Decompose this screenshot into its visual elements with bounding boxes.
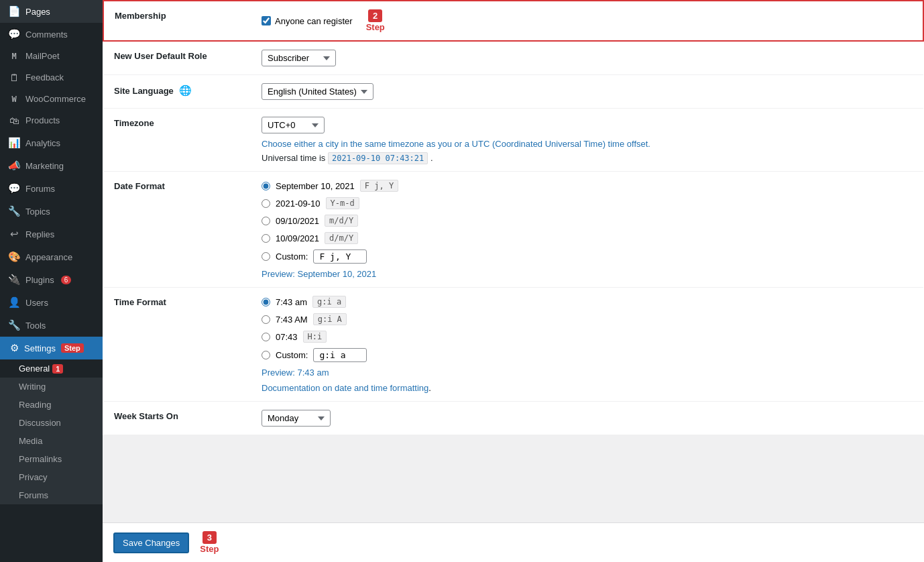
sidebar-item-analytics[interactable]: 📊 Analytics xyxy=(0,131,103,154)
date-format-radio-1[interactable] xyxy=(262,199,270,208)
date-format-option-3: 10/09/2021 d/m/Y xyxy=(262,232,913,244)
week-starts-on-select[interactable]: Sunday Monday Tuesday Wednesday Thursday… xyxy=(262,410,331,427)
time-format-control-cell: 7:43 am g:i a 7:43 AM g:i A xyxy=(251,288,923,402)
time-format-radio-1[interactable] xyxy=(262,315,270,324)
week-starts-on-label: Week Starts On xyxy=(114,411,178,421)
universal-time-suffix: . xyxy=(430,153,433,163)
forums-submenu-label: Forums xyxy=(19,490,48,500)
site-language-control-cell: English (United States) Español Français… xyxy=(251,75,923,109)
timezone-label: Timezone xyxy=(114,118,154,128)
site-language-select[interactable]: English (United States) Español Français… xyxy=(262,83,373,100)
sidebar-label-replies: Replies xyxy=(25,229,54,239)
date-format-preview-value: September 10, 2021 xyxy=(297,269,376,279)
date-format-radio-0[interactable] xyxy=(262,182,270,190)
sidebar-item-products[interactable]: 🛍 Products xyxy=(0,109,103,131)
sidebar-label-marketing: Marketing xyxy=(25,161,64,171)
sidebar-item-topics[interactable]: 🔧 Topics xyxy=(0,200,103,223)
date-format-row: Date Format September 10, 2021 F j, Y xyxy=(103,172,923,288)
anyone-can-register-checkbox[interactable] xyxy=(262,16,271,25)
sidebar-item-settings[interactable]: ⚙ Settings Step xyxy=(0,337,103,359)
footer-bar: Save Changes 3 Step xyxy=(103,522,924,562)
appearance-icon: 🎨 xyxy=(8,251,20,263)
doc-link[interactable]: Documentation on date and time formattin… xyxy=(262,383,428,393)
date-format-label: Date Format xyxy=(114,181,165,191)
time-format-option-1: 7:43 AM g:i A xyxy=(262,313,913,325)
sidebar-item-marketing[interactable]: 📣 Marketing xyxy=(0,154,103,177)
sidebar-item-mailpoet[interactable]: M MailPoet xyxy=(0,46,103,66)
date-format-option-custom: Custom: xyxy=(262,249,913,264)
new-user-role-select[interactable]: Subscriber Contributor Author Editor Adm… xyxy=(262,50,336,66)
sidebar-label-forums: Forums xyxy=(25,184,55,194)
submenu-privacy[interactable]: Privacy xyxy=(0,468,103,486)
time-format-radio-0[interactable] xyxy=(262,298,270,306)
week-starts-on-label-cell: Week Starts On xyxy=(103,402,251,435)
main-area: Membership Anyone can register 2 St xyxy=(103,0,924,562)
sidebar-item-users[interactable]: 👤 Users xyxy=(0,291,103,314)
step2-badge: 2 xyxy=(368,9,382,22)
privacy-label: Privacy xyxy=(19,472,48,482)
sidebar-label-pages: Pages xyxy=(25,7,50,17)
time-format-radio-2[interactable] xyxy=(262,333,270,341)
date-format-code-2: m/d/Y xyxy=(325,215,358,227)
site-language-label: Site Language xyxy=(114,86,174,96)
time-format-options: 7:43 am g:i a 7:43 AM g:i A xyxy=(262,296,913,362)
date-format-radio-2[interactable] xyxy=(262,217,270,225)
time-format-custom-input[interactable] xyxy=(313,348,367,362)
sidebar-item-forums[interactable]: 💬 Forums xyxy=(0,177,103,200)
time-format-label-0: 7:43 am xyxy=(276,297,307,307)
discussion-label: Discussion xyxy=(19,418,61,428)
week-starts-on-row: Week Starts On Sunday Monday Tuesday Wed… xyxy=(103,402,923,435)
date-format-label-1: 2021-09-10 xyxy=(276,199,321,209)
site-language-label-cell: Site Language 🌐 xyxy=(103,75,251,109)
date-format-radio-3[interactable] xyxy=(262,234,270,243)
sidebar-item-appearance[interactable]: 🎨 Appearance xyxy=(0,245,103,268)
date-format-radio-custom[interactable] xyxy=(262,252,270,261)
step-settings-badge: Step xyxy=(61,343,84,353)
sidebar-item-plugins[interactable]: 🔌 Plugins 6 xyxy=(0,268,103,291)
reading-label: Reading xyxy=(19,400,51,410)
universal-time-prefix: Universal time is xyxy=(262,153,325,163)
sidebar-item-tools[interactable]: 🔧 Tools xyxy=(0,314,103,337)
submenu-writing[interactable]: Writing xyxy=(0,378,103,396)
new-user-role-control-cell: Subscriber Contributor Author Editor Adm… xyxy=(251,41,923,75)
sidebar-item-woocommerce[interactable]: W WooCommerce xyxy=(0,89,103,109)
sidebar-item-feedback[interactable]: 🗒 Feedback xyxy=(0,66,103,89)
date-format-control-cell: September 10, 2021 F j, Y 2021-09-10 Y-m… xyxy=(251,172,923,288)
topics-icon: 🔧 xyxy=(8,205,20,217)
timezone-row: Timezone UTC+0 UTC-5 UTC+1 UTC+5:30 Choo… xyxy=(103,109,923,172)
date-format-label-3: 10/09/2021 xyxy=(276,233,319,243)
step1-badge: 1 xyxy=(52,364,63,374)
date-format-preview-label: Preview: xyxy=(262,269,295,279)
time-format-code-1: g:i A xyxy=(313,313,347,325)
timezone-hint[interactable]: Choose either a city in the same timezon… xyxy=(262,139,650,149)
sidebar-label-comments: Comments xyxy=(25,30,68,40)
date-format-custom-input[interactable] xyxy=(313,249,367,264)
date-format-code-3: d/m/Y xyxy=(325,232,358,244)
anyone-can-register-label[interactable]: Anyone can register xyxy=(262,16,353,26)
settings-submenu: General 1 Writing Reading Discussion Med… xyxy=(0,359,103,504)
submenu-discussion[interactable]: Discussion xyxy=(0,414,103,432)
sidebar-item-comments[interactable]: 💬 Comments xyxy=(0,23,103,46)
replies-icon: ↩ xyxy=(8,228,20,240)
date-format-label-0: September 10, 2021 xyxy=(276,181,355,191)
submenu-permalinks[interactable]: Permalinks xyxy=(0,450,103,468)
site-language-row: Site Language 🌐 English (United States) … xyxy=(103,75,923,109)
date-format-preview: Preview: September 10, 2021 xyxy=(262,269,913,279)
time-format-preview-value: 7:43 am xyxy=(297,368,329,378)
submenu-media[interactable]: Media xyxy=(0,432,103,450)
save-changes-button[interactable]: Save Changes xyxy=(113,532,189,553)
submenu-general[interactable]: General 1 xyxy=(0,359,103,378)
submenu-reading[interactable]: Reading xyxy=(0,396,103,414)
sidebar-item-pages[interactable]: 📄 Pages xyxy=(0,0,103,23)
time-format-code-0: g:i a xyxy=(312,296,346,308)
time-format-radio-custom[interactable] xyxy=(262,351,270,359)
sidebar: 📄 Pages 💬 Comments M MailPoet 🗒 Feedback… xyxy=(0,0,103,562)
settings-form: Membership Anyone can register 2 St xyxy=(103,0,924,435)
timezone-select[interactable]: UTC+0 UTC-5 UTC+1 UTC+5:30 xyxy=(262,117,325,133)
date-format-label-2: 09/10/2021 xyxy=(276,216,319,226)
date-format-options: September 10, 2021 F j, Y 2021-09-10 Y-m… xyxy=(262,180,913,264)
permalinks-label: Permalinks xyxy=(19,454,62,464)
sidebar-label-settings: Settings xyxy=(24,343,56,353)
submenu-forums[interactable]: Forums xyxy=(0,486,103,504)
sidebar-item-replies[interactable]: ↩ Replies xyxy=(0,223,103,245)
